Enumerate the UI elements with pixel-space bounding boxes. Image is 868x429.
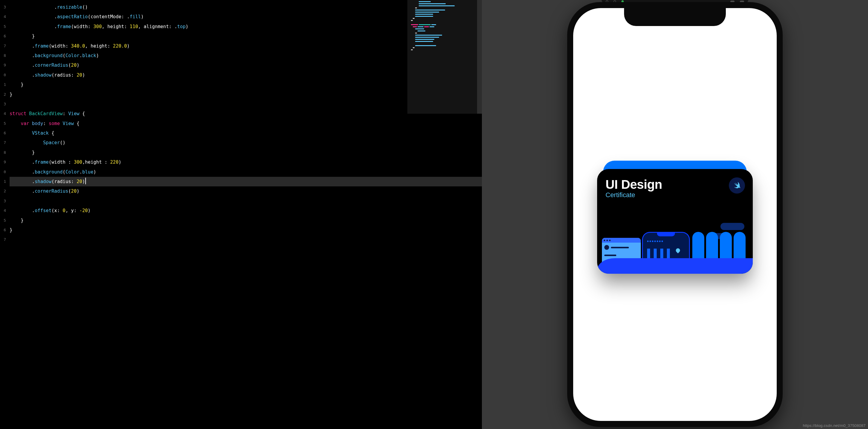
line-number: 2 [0,90,7,99]
code-line[interactable] [9,235,482,244]
line-number: 4 [0,109,7,119]
line-number: 1 [0,177,7,186]
line-number: 2 [0,186,7,196]
line-number: 8 [0,148,7,157]
text-cursor [85,178,86,184]
code-line[interactable] [9,196,482,206]
code-line[interactable]: .shadow(radius: 20) [9,177,482,186]
code-line[interactable]: } [9,225,482,235]
line-number: 0 [0,167,7,177]
code-line[interactable]: VStack { [9,128,482,138]
iphone-screen: UI Design Certificate [573,8,777,421]
line-number: 7 [0,138,7,147]
code-line[interactable]: Spacer() [9,138,482,147]
code-line[interactable]: .offset(x: 0, y: -20) [9,206,482,216]
watermark-text: https://blog.csdn.net/m0_37508087 [803,423,866,428]
line-number: 6 [0,128,7,138]
line-number: 3 [0,2,7,12]
minimap[interactable] [407,0,482,114]
code-line[interactable]: var body: some View { [9,119,482,128]
preview-panel: UI Design Certificate [482,0,868,429]
scrollbar-thumb[interactable] [477,0,482,114]
code-line[interactable]: .cornerRadius(20) [9,186,482,196]
line-number: 6 [0,31,7,41]
line-number: 5 [0,119,7,128]
line-number: 3 [0,196,7,206]
line-number: 8 [0,51,7,60]
line-number: 5 [0,216,7,225]
line-number: 6 [0,225,7,235]
code-editor-panel: 3456789012345678901234567 .resizable() .… [0,0,482,429]
line-number: 0 [0,70,7,80]
card-illustration [597,220,753,274]
code-line[interactable]: } [9,148,482,157]
iphone-device-frame: UI Design Certificate [567,2,783,427]
code-line[interactable]: } [9,216,482,225]
card-subtitle: Certificate [606,191,744,199]
code-line[interactable]: .background(Color.blue) [9,167,482,177]
line-number: 5 [0,22,7,31]
front-card-view: UI Design Certificate [597,169,753,274]
line-number: 4 [0,12,7,22]
card-title: UI Design [606,177,744,192]
line-number: 9 [0,60,7,70]
card-stack: UI Design Certificate [594,161,756,280]
line-number: 7 [0,41,7,51]
line-number: 7 [0,235,7,244]
line-number: 4 [0,206,7,216]
line-number: 3 [0,99,7,109]
code-line[interactable]: .frame(width : 300,height : 220) [9,157,482,167]
line-number-gutter: 3456789012345678901234567 [0,0,7,429]
iphone-notch [624,8,726,26]
line-number: 9 [0,157,7,167]
swift-logo-icon [729,177,745,194]
line-number: 1 [0,80,7,90]
